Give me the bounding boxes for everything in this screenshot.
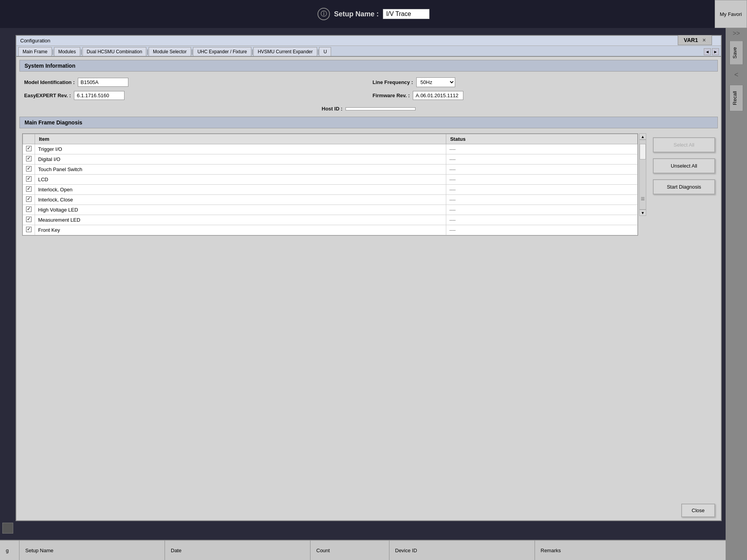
line-freq-select[interactable]: 50Hz 60Hz — [416, 77, 455, 87]
tab-scroll-left[interactable]: ◄ — [704, 48, 711, 55]
easyexpert-label: EasyEXPERT Rev. : — [24, 93, 71, 98]
row-status-8: ---- — [446, 225, 637, 235]
row-item-8: Front Key — [35, 225, 446, 235]
row-status-1: ---- — [446, 154, 637, 164]
model-id-row: Model Identification : B1505A — [24, 77, 365, 87]
tabs-row: Main Frame | Modules | Dual HCSMU Combin… — [16, 46, 721, 57]
row-item-6: High Voltage LED — [35, 205, 446, 215]
table-row: ✓ Interlock, Close ---- — [23, 195, 638, 205]
tab-modules[interactable]: Modules — [54, 47, 80, 56]
model-id-input[interactable]: B1505A — [78, 78, 128, 87]
tab-dual-hcsmu[interactable]: Dual HCSMU Combination — [82, 47, 147, 56]
host-id-row: Host ID : — [16, 104, 721, 114]
row-checkbox-6[interactable]: ✓ — [23, 205, 35, 215]
line-freq-label: Line Frequency : — [373, 79, 413, 85]
setup-name-input[interactable]: I/V Trace — [383, 9, 430, 19]
row-item-0: Trigger I/O — [35, 144, 446, 154]
my-favorites-button[interactable]: My Favori — [715, 0, 747, 28]
table-row: ✓ Trigger I/O ---- — [23, 144, 638, 154]
host-id-input[interactable] — [345, 107, 416, 110]
row-status-5: ---- — [446, 195, 637, 205]
row-checkbox-0[interactable]: ✓ — [23, 144, 35, 154]
info-icon[interactable]: ⓘ — [317, 8, 330, 20]
row-status-3: ---- — [446, 175, 637, 185]
scroll-track[interactable]: ≡ — [639, 140, 646, 210]
firmware-input: A.06.01.2015.1112 — [413, 91, 463, 100]
row-checkbox-3[interactable]: ✓ — [23, 175, 35, 185]
setup-name-area: ⓘ Setup Name : I/V Trace — [317, 8, 429, 20]
status-bar: g Setup Name Date Count Device ID Remark… — [0, 540, 747, 560]
tab-uhc-expander[interactable]: UHC Expander / Fixture — [193, 47, 251, 56]
config-window: Configuration Main Frame | Modules | Dua… — [16, 35, 722, 521]
table-row: ✓ Interlock, Open ---- — [23, 185, 638, 195]
status-header: Status — [446, 134, 637, 144]
row-checkbox-4[interactable]: ✓ — [23, 185, 35, 195]
status-setup-name: Setup Name — [19, 541, 165, 560]
status-label: g — [0, 541, 19, 560]
scroll-thumb[interactable] — [640, 144, 646, 159]
table-row: ✓ Touch Panel Switch ---- — [23, 164, 638, 175]
system-info-section-header: System Information — [19, 60, 718, 72]
start-diagnosis-button[interactable]: Start Diagnosis — [653, 179, 715, 194]
table-row: ✓ Measurement LED ---- — [23, 215, 638, 225]
row-item-1: Digital I/O — [35, 154, 446, 164]
save-button[interactable]: Save — [729, 41, 743, 65]
easyexpert-input: 6.1.1716.5160 — [74, 91, 124, 100]
right-sidebar: >> Save < Recall — [726, 28, 747, 560]
check-header — [23, 134, 35, 144]
tab-scroll-buttons: ◄ ► — [704, 48, 719, 55]
row-checkbox-1[interactable]: ✓ — [23, 154, 35, 164]
table-row: ✓ Front Key ---- — [23, 225, 638, 235]
config-title: Configuration — [16, 36, 721, 46]
unselect-all-button[interactable]: Unselect All — [653, 158, 715, 173]
tab-u[interactable]: U — [319, 47, 331, 56]
table-row: ✓ High Voltage LED ---- — [23, 205, 638, 215]
status-count: Count — [310, 541, 389, 560]
tab-main-frame[interactable]: Main Frame — [18, 47, 52, 56]
status-date: Date — [165, 541, 310, 560]
diagnosis-actions: Select All Unselect All Start Diagnosis — [653, 133, 715, 236]
diagnosis-content: Item Status ✓ Trigger I/O ---- ✓ — [16, 130, 721, 239]
row-status-2: ---- — [446, 164, 637, 175]
row-status-7: ---- — [446, 215, 637, 225]
row-item-7: Measurement LED — [35, 215, 446, 225]
status-device-id: Device ID — [389, 541, 535, 560]
widget-icon — [2, 523, 13, 534]
row-status-6: ---- — [446, 205, 637, 215]
diag-scrollbar[interactable]: ▲ ≡ ▼ — [639, 133, 647, 236]
tab-scroll-right[interactable]: ► — [712, 48, 719, 55]
select-all-button[interactable]: Select All — [653, 137, 715, 152]
diagnosis-section-header: Main Frame Diagnosis — [19, 117, 718, 128]
row-item-3: LCD — [35, 175, 446, 185]
table-row: ✓ LCD ---- — [23, 175, 638, 185]
row-status-0: ---- — [446, 144, 637, 154]
row-checkbox-2[interactable]: ✓ — [23, 164, 35, 175]
recall-button[interactable]: Recall — [729, 85, 743, 111]
row-item-5: Interlock, Close — [35, 195, 446, 205]
close-button[interactable]: Close — [681, 504, 715, 517]
row-item-4: Interlock, Open — [35, 185, 446, 195]
scroll-up-arrow[interactable]: ▲ — [639, 133, 646, 140]
system-info-grid: Model Identification : B1505A Line Frequ… — [16, 74, 721, 104]
status-remarks: Remarks — [535, 541, 747, 560]
host-id-label: Host ID : — [322, 106, 342, 112]
model-id-label: Model Identification : — [24, 79, 75, 85]
row-checkbox-5[interactable]: ✓ — [23, 195, 35, 205]
double-arrow-right[interactable]: >> — [733, 30, 740, 37]
var1-badge: VAR1 × — [678, 35, 712, 45]
tab-hvsmu-expander[interactable]: HVSMU Current Expander — [253, 47, 317, 56]
bottom-left-widget — [0, 516, 16, 540]
table-row: ✓ Digital I/O ---- — [23, 154, 638, 164]
diagnosis-table: Item Status ✓ Trigger I/O ---- ✓ — [23, 134, 638, 235]
diagnosis-table-wrapper: Item Status ✓ Trigger I/O ---- ✓ — [22, 133, 638, 236]
var1-close-button[interactable]: × — [703, 37, 706, 43]
scroll-down-arrow[interactable]: ▼ — [639, 210, 646, 216]
row-checkbox-7[interactable]: ✓ — [23, 215, 35, 225]
easyexpert-row: EasyEXPERT Rev. : 6.1.1716.5160 — [24, 91, 365, 100]
row-checkbox-8[interactable]: ✓ — [23, 225, 35, 235]
line-freq-row: Line Frequency : 50Hz 60Hz — [373, 77, 714, 87]
row-status-4: ---- — [446, 185, 637, 195]
firmware-label: Firmware Rev. : — [373, 93, 410, 98]
tab-module-selector[interactable]: Module Selector — [149, 47, 191, 56]
sidebar-arrow-left[interactable]: < — [734, 71, 738, 79]
